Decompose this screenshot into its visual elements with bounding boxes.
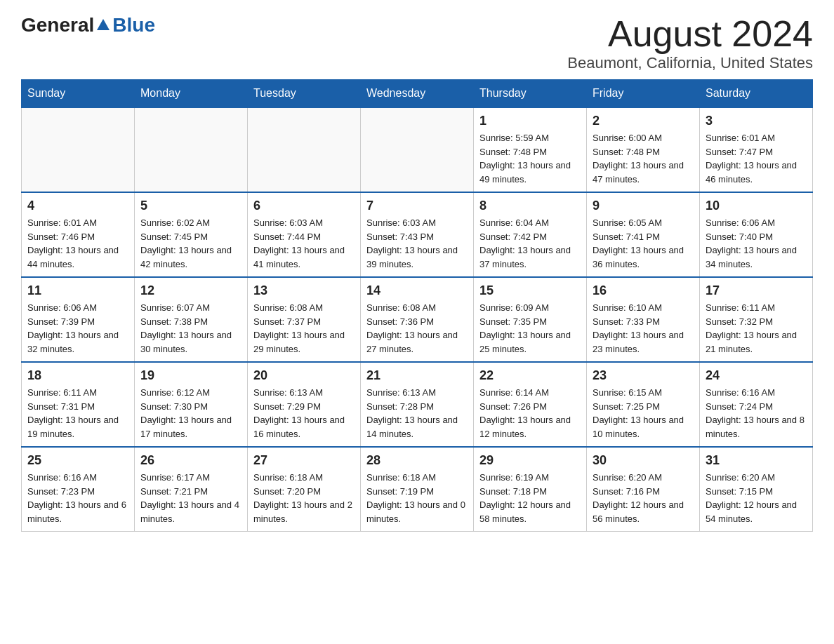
- day-info: Sunrise: 6:08 AMSunset: 7:37 PMDaylight:…: [253, 301, 355, 356]
- calendar-cell: 8Sunrise: 6:04 AMSunset: 7:42 PMDaylight…: [474, 192, 587, 277]
- calendar-week-5: 25Sunrise: 6:16 AMSunset: 7:23 PMDayligh…: [22, 447, 813, 532]
- weekday-header-tuesday: Tuesday: [248, 80, 361, 108]
- weekday-header-friday: Friday: [587, 80, 700, 108]
- day-info: Sunrise: 6:01 AMSunset: 7:46 PMDaylight:…: [27, 216, 128, 271]
- day-info: Sunrise: 6:18 AMSunset: 7:19 PMDaylight:…: [366, 471, 468, 525]
- calendar-cell: 7Sunrise: 6:03 AMSunset: 7:43 PMDaylight…: [361, 192, 474, 277]
- calendar-cell: 14Sunrise: 6:08 AMSunset: 7:36 PMDayligh…: [361, 277, 474, 362]
- day-number: 22: [479, 368, 581, 383]
- calendar-cell: 17Sunrise: 6:11 AMSunset: 7:32 PMDayligh…: [700, 277, 813, 362]
- day-number: 15: [479, 283, 581, 298]
- calendar-cell: 27Sunrise: 6:18 AMSunset: 7:20 PMDayligh…: [248, 447, 361, 532]
- weekday-header-thursday: Thursday: [474, 80, 587, 108]
- day-info: Sunrise: 6:13 AMSunset: 7:29 PMDaylight:…: [253, 386, 355, 441]
- day-info: Sunrise: 6:10 AMSunset: 7:33 PMDaylight:…: [593, 301, 694, 356]
- calendar-cell: 19Sunrise: 6:12 AMSunset: 7:30 PMDayligh…: [135, 362, 248, 447]
- calendar-cell: 15Sunrise: 6:09 AMSunset: 7:35 PMDayligh…: [474, 277, 587, 362]
- weekday-header-row: SundayMondayTuesdayWednesdayThursdayFrid…: [22, 80, 813, 108]
- day-info: Sunrise: 6:08 AMSunset: 7:36 PMDaylight:…: [366, 301, 468, 356]
- day-number: 24: [706, 368, 807, 383]
- day-info: Sunrise: 6:12 AMSunset: 7:30 PMDaylight:…: [140, 386, 241, 441]
- calendar-cell: 13Sunrise: 6:08 AMSunset: 7:37 PMDayligh…: [248, 277, 361, 362]
- day-number: 17: [706, 283, 807, 298]
- day-number: 26: [140, 453, 241, 468]
- calendar-cell: 18Sunrise: 6:11 AMSunset: 7:31 PMDayligh…: [22, 362, 135, 447]
- calendar-week-4: 18Sunrise: 6:11 AMSunset: 7:31 PMDayligh…: [22, 362, 813, 447]
- calendar-cell: [248, 107, 361, 192]
- calendar-cell: 3Sunrise: 6:01 AMSunset: 7:47 PMDaylight…: [700, 107, 813, 192]
- weekday-header-sunday: Sunday: [22, 80, 135, 108]
- day-number: 11: [27, 283, 128, 298]
- day-info: Sunrise: 6:05 AMSunset: 7:41 PMDaylight:…: [593, 216, 694, 271]
- day-info: Sunrise: 6:14 AMSunset: 7:26 PMDaylight:…: [479, 386, 581, 441]
- calendar-cell: 25Sunrise: 6:16 AMSunset: 7:23 PMDayligh…: [22, 447, 135, 532]
- calendar-cell: 26Sunrise: 6:17 AMSunset: 7:21 PMDayligh…: [135, 447, 248, 532]
- day-info: Sunrise: 6:13 AMSunset: 7:28 PMDaylight:…: [366, 386, 468, 441]
- day-number: 27: [253, 453, 355, 468]
- day-info: Sunrise: 6:20 AMSunset: 7:16 PMDaylight:…: [593, 471, 694, 525]
- calendar-cell: 2Sunrise: 6:00 AMSunset: 7:48 PMDaylight…: [587, 107, 700, 192]
- calendar-cell: 31Sunrise: 6:20 AMSunset: 7:15 PMDayligh…: [700, 447, 813, 532]
- calendar-cell: 9Sunrise: 6:05 AMSunset: 7:41 PMDaylight…: [587, 192, 700, 277]
- day-number: 3: [706, 114, 807, 128]
- day-info: Sunrise: 6:11 AMSunset: 7:32 PMDaylight:…: [706, 301, 807, 356]
- day-info: Sunrise: 6:11 AMSunset: 7:31 PMDaylight:…: [27, 386, 128, 441]
- day-info: Sunrise: 6:15 AMSunset: 7:25 PMDaylight:…: [593, 386, 694, 441]
- day-info: Sunrise: 6:20 AMSunset: 7:15 PMDaylight:…: [706, 471, 807, 525]
- day-number: 10: [706, 199, 807, 213]
- logo-blue-text: Blue: [112, 14, 155, 36]
- month-title: August 2024: [567, 14, 813, 54]
- logo-triangle-icon: [95, 18, 111, 33]
- day-info: Sunrise: 6:09 AMSunset: 7:35 PMDaylight:…: [479, 301, 581, 356]
- day-number: 23: [593, 368, 694, 383]
- svg-marker-0: [97, 19, 110, 30]
- day-info: Sunrise: 6:02 AMSunset: 7:45 PMDaylight:…: [140, 216, 241, 271]
- location-title: Beaumont, California, United States: [567, 54, 813, 72]
- day-number: 9: [593, 199, 694, 213]
- day-info: Sunrise: 6:03 AMSunset: 7:44 PMDaylight:…: [253, 216, 355, 271]
- day-number: 20: [253, 368, 355, 383]
- calendar-cell: 10Sunrise: 6:06 AMSunset: 7:40 PMDayligh…: [700, 192, 813, 277]
- calendar-cell: [135, 107, 248, 192]
- day-info: Sunrise: 6:16 AMSunset: 7:23 PMDaylight:…: [27, 471, 128, 525]
- calendar-cell: [22, 107, 135, 192]
- day-info: Sunrise: 6:06 AMSunset: 7:39 PMDaylight:…: [27, 301, 128, 356]
- logo: General Blue: [21, 14, 155, 36]
- calendar-cell: 30Sunrise: 6:20 AMSunset: 7:16 PMDayligh…: [587, 447, 700, 532]
- day-number: 19: [140, 368, 241, 383]
- weekday-header-monday: Monday: [135, 80, 248, 108]
- day-number: 6: [253, 199, 355, 213]
- calendar-cell: 22Sunrise: 6:14 AMSunset: 7:26 PMDayligh…: [474, 362, 587, 447]
- calendar-cell: 1Sunrise: 5:59 AMSunset: 7:48 PMDaylight…: [474, 107, 587, 192]
- day-info: Sunrise: 6:19 AMSunset: 7:18 PMDaylight:…: [479, 471, 581, 525]
- calendar-cell: 11Sunrise: 6:06 AMSunset: 7:39 PMDayligh…: [22, 277, 135, 362]
- day-number: 28: [366, 453, 468, 468]
- calendar-week-3: 11Sunrise: 6:06 AMSunset: 7:39 PMDayligh…: [22, 277, 813, 362]
- day-number: 1: [479, 114, 581, 128]
- day-number: 12: [140, 283, 241, 298]
- day-number: 18: [27, 368, 128, 383]
- calendar-cell: 16Sunrise: 6:10 AMSunset: 7:33 PMDayligh…: [587, 277, 700, 362]
- day-number: 30: [593, 453, 694, 468]
- calendar-cell: 21Sunrise: 6:13 AMSunset: 7:28 PMDayligh…: [361, 362, 474, 447]
- calendar-cell: 5Sunrise: 6:02 AMSunset: 7:45 PMDaylight…: [135, 192, 248, 277]
- calendar-cell: 6Sunrise: 6:03 AMSunset: 7:44 PMDaylight…: [248, 192, 361, 277]
- calendar-cell: 29Sunrise: 6:19 AMSunset: 7:18 PMDayligh…: [474, 447, 587, 532]
- day-info: Sunrise: 6:07 AMSunset: 7:38 PMDaylight:…: [140, 301, 241, 356]
- day-number: 31: [706, 453, 807, 468]
- day-info: Sunrise: 6:03 AMSunset: 7:43 PMDaylight:…: [366, 216, 468, 271]
- logo-area: General Blue: [21, 14, 155, 36]
- day-info: Sunrise: 6:01 AMSunset: 7:47 PMDaylight:…: [706, 131, 807, 186]
- day-info: Sunrise: 6:16 AMSunset: 7:24 PMDaylight:…: [706, 386, 807, 441]
- day-number: 5: [140, 199, 241, 213]
- calendar-cell: 23Sunrise: 6:15 AMSunset: 7:25 PMDayligh…: [587, 362, 700, 447]
- logo-general-text: General: [21, 14, 94, 36]
- calendar-cell: 12Sunrise: 6:07 AMSunset: 7:38 PMDayligh…: [135, 277, 248, 362]
- day-info: Sunrise: 6:06 AMSunset: 7:40 PMDaylight:…: [706, 216, 807, 271]
- page-header: General Blue August 2024 Beaumont, Calif…: [21, 14, 813, 72]
- calendar-week-1: 1Sunrise: 5:59 AMSunset: 7:48 PMDaylight…: [22, 107, 813, 192]
- day-info: Sunrise: 6:18 AMSunset: 7:20 PMDaylight:…: [253, 471, 355, 525]
- day-info: Sunrise: 6:04 AMSunset: 7:42 PMDaylight:…: [479, 216, 581, 271]
- day-number: 8: [479, 199, 581, 213]
- day-number: 2: [593, 114, 694, 128]
